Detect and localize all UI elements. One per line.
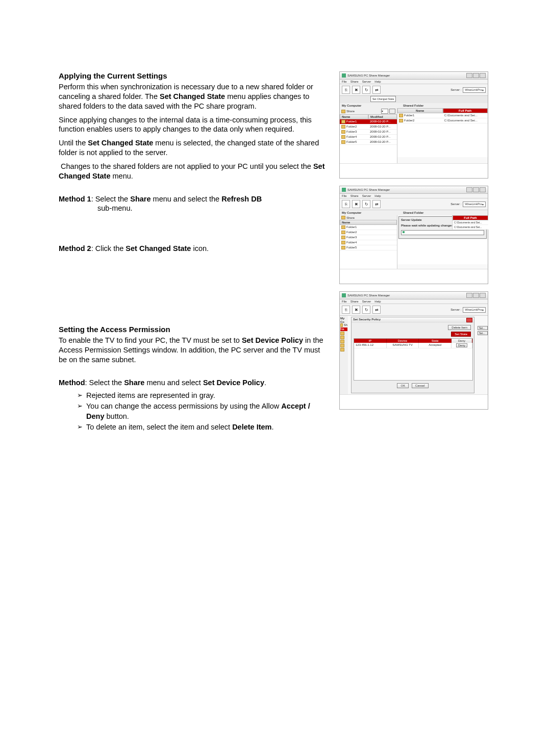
delete-item-button: Delete Item xyxy=(448,325,471,330)
shared-row: Folder2C:\Documents and Set... xyxy=(397,118,488,123)
heading-applying: Applying the Current Settings xyxy=(59,71,329,80)
toolbar-btn: ⎘ xyxy=(342,86,350,94)
folder-row: Folder52008-02-20 P... xyxy=(340,140,397,145)
shared-row: Folder1C:\Documents and Set... xyxy=(397,113,488,118)
bullet: To delete an item, select the item and s… xyxy=(77,422,329,433)
para: Perform this when synchronization is nec… xyxy=(59,82,329,111)
progress-bar xyxy=(401,230,484,235)
method-1: Method 1: Select the Share menu and sele… xyxy=(59,194,329,214)
bullet: You can change the access permissions by… xyxy=(77,401,329,421)
menubar: FileShareServerHelp xyxy=(340,80,488,84)
method-2: Method 2: Click the Set Changed State ic… xyxy=(59,244,329,254)
para: Changes to the shared folders are not ap… xyxy=(59,162,329,181)
para: To enable the TV to find your PC, the TV… xyxy=(59,336,329,365)
set-changed-state-icon: ⇄ xyxy=(372,86,381,94)
folder-row: Folder22008-02-20 P... xyxy=(340,124,397,130)
folder-row: Folder42008-02-20 P... xyxy=(340,135,397,140)
para: Since applying changes to the internal d… xyxy=(59,115,329,135)
folder-row: Folder12008-02-20 P... xyxy=(340,119,397,124)
screenshot-2: SAMSUNG PC Share Manager FileShareServer… xyxy=(339,186,488,284)
close-icon xyxy=(466,318,472,322)
security-policy-dialog: Set Security Policy Delete Item Set Stat… xyxy=(351,317,474,393)
screenshot-1: SAMSUNG PC Share Manager FileShareServer… xyxy=(339,71,488,179)
toolbar-btn: ↻ xyxy=(362,86,370,94)
set-changed-state-tooltip: Set Changed State xyxy=(370,96,396,102)
para: Until the Set Changed State menu is sele… xyxy=(59,138,329,158)
bullet: Rejected items are represented in gray. xyxy=(77,391,329,401)
ok-button: OK xyxy=(397,383,409,388)
cancel-button: Cancel xyxy=(412,383,429,388)
folder-row: Folder32008-02-20 P... xyxy=(340,130,397,135)
toolbar-btn: ✖ xyxy=(352,86,360,94)
window-controls xyxy=(466,73,486,78)
method-line: Method: Select the Share menu and select… xyxy=(59,378,329,388)
set-state-button: Set State xyxy=(451,332,471,337)
heading-access: Setting the Access Permission xyxy=(59,325,329,334)
screenshot-3: SAMSUNG PC Share Manager FileShareServer… xyxy=(339,291,488,410)
